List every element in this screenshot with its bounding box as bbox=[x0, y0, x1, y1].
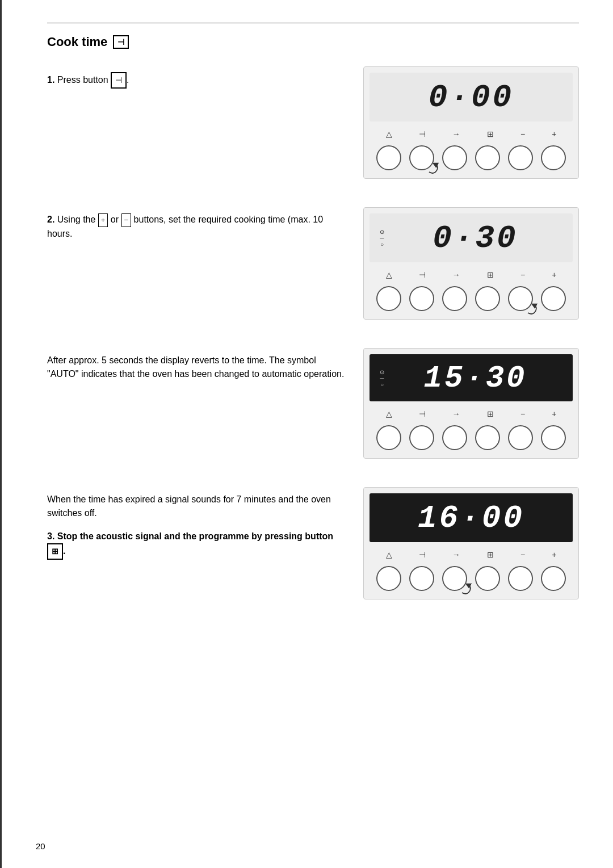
panel-4: 16·00 △ ⊣ → ⊞ − + bbox=[363, 487, 579, 599]
bell-icon-1: △ bbox=[386, 129, 392, 139]
screen-1: 0·00 bbox=[370, 73, 573, 121]
main-content: 1. Press button ⊣. 0·00 △ ⊣ → ⊞ − + bbox=[47, 66, 579, 628]
step-3-row: After approx. 5 seconds the display reve… bbox=[47, 348, 579, 470]
page-number: 20 bbox=[36, 841, 45, 851]
plus-icon-inline: + bbox=[98, 213, 108, 227]
btn-3-2[interactable] bbox=[409, 425, 434, 450]
cooktime-icon-1: ⊣ bbox=[419, 129, 426, 139]
stop-icon-1: ⊞ bbox=[487, 129, 494, 139]
btn-3-6[interactable] bbox=[541, 425, 566, 450]
press-arrow-4 bbox=[458, 582, 473, 597]
plus-icon-3: + bbox=[552, 409, 556, 418]
btn-4-5[interactable] bbox=[508, 566, 533, 591]
btn-2-4[interactable] bbox=[475, 286, 500, 311]
digits-1: 0·00 bbox=[429, 79, 514, 116]
minus-icon-2: − bbox=[520, 270, 525, 279]
step-1-display: 0·00 △ ⊣ → ⊞ − + bbox=[363, 66, 579, 190]
bell-icon-4: △ bbox=[386, 550, 392, 559]
plus-icon-2: + bbox=[552, 270, 556, 279]
btn-2-2[interactable] bbox=[409, 286, 434, 311]
icons-row-1: △ ⊣ → ⊞ − + bbox=[370, 127, 573, 141]
step-1-text-col: 1. Press button ⊣. bbox=[47, 66, 363, 89]
arrow-icon-1: → bbox=[452, 129, 460, 139]
minus-icon-4: − bbox=[520, 550, 525, 559]
plus-icon-4: + bbox=[552, 550, 556, 559]
stop-icon-inline: ⊞ bbox=[47, 543, 63, 560]
minus-icon-1: − bbox=[520, 129, 525, 139]
panel-2: ⊙─○ 0·30 △ ⊣ → ⊞ − + bbox=[363, 207, 579, 320]
auto-symbol-2: ⊙─○ bbox=[380, 229, 384, 248]
btn-3-1[interactable] bbox=[376, 425, 401, 450]
stop-icon-4: ⊞ bbox=[487, 550, 494, 559]
buttons-row-3 bbox=[370, 423, 573, 452]
btn-1-5[interactable] bbox=[508, 145, 533, 170]
btn-4-2[interactable] bbox=[409, 566, 434, 591]
buttons-row-1 bbox=[370, 143, 573, 173]
page: Cook time ⊣ 1. Press button ⊣. 0·00 △ ⊣ bbox=[0, 0, 613, 868]
cooktime-icon-2: ⊣ bbox=[419, 270, 426, 279]
screen-2: ⊙─○ 0·30 bbox=[370, 213, 573, 262]
step-3-display: ⊙─○ 15·30 △ ⊣ → ⊞ − + bbox=[363, 348, 579, 470]
step-4-text-col: When the time has expired a signal sound… bbox=[47, 487, 363, 560]
step-1-number: 1. bbox=[47, 75, 54, 85]
arrow-icon-2: → bbox=[452, 270, 460, 279]
bell-icon-3: △ bbox=[386, 409, 392, 418]
step-4-row: When the time has expired a signal sound… bbox=[47, 487, 579, 611]
bell-icon-2: △ bbox=[386, 270, 392, 279]
step-3-text: After approx. 5 seconds the display reve… bbox=[47, 354, 346, 381]
minus-icon-3: − bbox=[520, 409, 525, 418]
icons-row-3: △ ⊣ → ⊞ − + bbox=[370, 407, 573, 421]
step-5-number: 3. bbox=[47, 531, 54, 541]
step-4-display: 16·00 △ ⊣ → ⊞ − + bbox=[363, 487, 579, 611]
step-2-text-col: 2. Using the + or − buttons, set the req… bbox=[47, 207, 363, 241]
step-2-row: 2. Using the + or − buttons, set the req… bbox=[47, 207, 579, 331]
btn-3-4[interactable] bbox=[475, 425, 500, 450]
digits-4: 16·00 bbox=[418, 500, 524, 536]
buttons-row-4 bbox=[370, 564, 573, 593]
plus-icon-1: + bbox=[552, 129, 556, 139]
btn-4-4[interactable] bbox=[475, 566, 500, 591]
step-2-text: 2. Using the + or − buttons, set the req… bbox=[47, 213, 346, 241]
step-2-display: ⊙─○ 0·30 △ ⊣ → ⊞ − + bbox=[363, 207, 579, 331]
btn-2-3[interactable] bbox=[442, 286, 467, 311]
btn-2-6[interactable] bbox=[541, 286, 566, 311]
section-header: Cook time ⊣ bbox=[47, 35, 579, 49]
buttons-row-2 bbox=[370, 284, 573, 313]
btn-4-6[interactable] bbox=[541, 566, 566, 591]
step-5-text: 3. Stop the acoustic signal and the prog… bbox=[47, 530, 346, 560]
step-4-text: When the time has expired a signal sound… bbox=[47, 493, 346, 520]
auto-symbol-3: ⊙─○ bbox=[380, 368, 384, 387]
step-3-text-col: After approx. 5 seconds the display reve… bbox=[47, 348, 363, 381]
panel-3: ⊙─○ 15·30 △ ⊣ → ⊞ − + bbox=[363, 348, 579, 459]
cooktime-icon-3: ⊣ bbox=[419, 409, 426, 418]
step-2-number: 2. bbox=[47, 215, 54, 224]
screen-3: ⊙─○ 15·30 bbox=[370, 354, 573, 401]
btn-3-3[interactable] bbox=[442, 425, 467, 450]
icons-row-2: △ ⊣ → ⊞ − + bbox=[370, 268, 573, 282]
btn-3-5[interactable] bbox=[508, 425, 533, 450]
cooktime-icon-4: ⊣ bbox=[419, 550, 426, 559]
arrow-icon-3: → bbox=[452, 409, 460, 418]
screen-4: 16·00 bbox=[370, 493, 573, 542]
btn-1-4[interactable] bbox=[475, 145, 500, 170]
cook-time-title: Cook time bbox=[47, 35, 107, 49]
press-arrow-1 bbox=[425, 161, 440, 176]
btn-4-3[interactable] bbox=[442, 566, 467, 591]
btn-1-2[interactable] bbox=[409, 145, 434, 170]
btn-4-1[interactable] bbox=[376, 566, 401, 591]
top-divider bbox=[47, 23, 579, 23]
btn-2-1[interactable] bbox=[376, 286, 401, 311]
stop-icon-3: ⊞ bbox=[487, 409, 494, 418]
panel-1: 0·00 △ ⊣ → ⊞ − + bbox=[363, 66, 579, 179]
step-1-row: 1. Press button ⊣. 0·00 △ ⊣ → ⊞ − + bbox=[47, 66, 579, 190]
press-arrow-2 bbox=[524, 302, 539, 317]
btn-1-1[interactable] bbox=[376, 145, 401, 170]
btn-2-5[interactable] bbox=[508, 286, 533, 311]
cook-time-icon: ⊣ bbox=[113, 35, 129, 49]
btn-1-3[interactable] bbox=[442, 145, 467, 170]
btn-1-6[interactable] bbox=[541, 145, 566, 170]
stop-icon-2: ⊞ bbox=[487, 270, 494, 279]
digits-3: 15·30 bbox=[423, 361, 527, 396]
icons-row-4: △ ⊣ → ⊞ − + bbox=[370, 548, 573, 561]
digits-2: 0·30 bbox=[433, 220, 518, 257]
